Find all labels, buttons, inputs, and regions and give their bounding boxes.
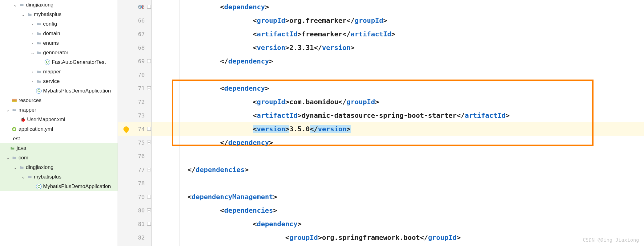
code-line[interactable] xyxy=(152,176,155,190)
code-line[interactable]: <artifactId>dynamic-datasource-spring-bo… xyxy=(152,109,509,122)
line-number: 72 xyxy=(118,95,151,109)
code-line[interactable]: </dependency> xyxy=(152,136,273,149)
class-icon: C xyxy=(36,88,42,94)
code-line[interactable]: <version>2.3.31</version> xyxy=(152,41,355,54)
folder-icon xyxy=(36,21,42,27)
expand-arrow-icon[interactable]: ⌄ xyxy=(6,155,10,161)
tree-item[interactable]: ⌄gennerator xyxy=(0,48,118,57)
fold-icon[interactable]: − xyxy=(147,86,151,90)
tree-item[interactable]: java xyxy=(0,143,118,153)
folder-icon xyxy=(11,107,17,113)
tree-item-label: mybatisplus xyxy=(34,11,62,18)
code-line[interactable]: <groupId>com.baomidou</groupId> xyxy=(152,95,379,109)
code-line[interactable]: <groupId>org.springframework.boot</group… xyxy=(152,231,461,244)
tree-item[interactable]: ›service xyxy=(0,76,118,86)
folder-icon xyxy=(36,69,42,75)
tree-item[interactable]: ›enums xyxy=(0,38,118,48)
fold-icon[interactable]: − xyxy=(147,59,151,63)
class-icon: C xyxy=(44,59,50,65)
expand-arrow-icon[interactable]: ⌄ xyxy=(13,2,17,8)
tree-item[interactable]: CFastAutoGeneratorTest xyxy=(0,57,118,67)
line-number: 68 xyxy=(118,41,151,54)
tree-item-label: com xyxy=(18,155,28,161)
tree-item-label: MybatisPlusDemoApplication xyxy=(43,183,111,190)
tree-item-label: dingjiaxiong xyxy=(26,164,54,170)
xml-file-icon: 🐞 xyxy=(20,117,26,123)
code-line[interactable] xyxy=(152,149,155,163)
watermark: CSDN @Ding Jiaxiong xyxy=(583,237,639,243)
expand-arrow-icon[interactable]: ⌄ xyxy=(30,50,34,55)
code-editor[interactable]: CSDN @Ding Jiaxiong <dependency> <groupI… xyxy=(152,0,644,246)
tree-item[interactable]: ⌄mapper xyxy=(0,105,118,115)
expand-arrow-icon[interactable]: › xyxy=(30,70,34,74)
tree-item[interactable]: ⌄com xyxy=(0,153,118,162)
code-line[interactable]: <dependency> xyxy=(152,81,269,95)
tree-item-label: application.yml xyxy=(18,126,53,132)
line-number: 70 xyxy=(118,68,151,81)
fold-icon[interactable]: − xyxy=(147,168,151,171)
tree-item[interactable]: application.yml xyxy=(0,124,118,134)
code-line[interactable]: <dependency> xyxy=(152,217,302,231)
fold-icon[interactable]: − xyxy=(147,195,151,199)
fold-icon[interactable]: − xyxy=(147,222,151,226)
tree-item[interactable]: ›config xyxy=(0,19,118,29)
fold-icon[interactable]: − xyxy=(147,141,151,144)
tree-item[interactable]: ⌄dingjiaxiong xyxy=(0,0,118,10)
tree-item[interactable]: resources xyxy=(0,96,118,105)
svg-rect-0 xyxy=(12,99,17,100)
tree-item[interactable]: ›domain xyxy=(0,29,118,38)
line-number: 73 xyxy=(118,109,151,122)
tree-item-label: java xyxy=(17,145,26,151)
tree-item-label: mybatisplus xyxy=(34,174,62,180)
svg-point-4 xyxy=(13,128,15,130)
code-line[interactable]: <dependencies> xyxy=(152,203,277,217)
expand-arrow-icon[interactable]: › xyxy=(30,41,34,45)
tree-item[interactable]: ⌄mybatisplus xyxy=(0,10,118,19)
yml-file-icon xyxy=(11,126,17,132)
svg-rect-1 xyxy=(12,100,17,101)
tree-item[interactable]: est xyxy=(0,134,118,143)
tree-item-label: dingjiaxiong xyxy=(26,2,54,8)
folder-icon xyxy=(26,11,33,18)
expand-arrow-icon[interactable]: ⌄ xyxy=(13,164,17,170)
code-line[interactable]: <groupId>org.freemarker</groupId> xyxy=(152,14,387,27)
tree-item[interactable]: 🐞UserMapper.xml xyxy=(0,115,118,124)
expand-arrow-icon[interactable]: › xyxy=(30,32,34,35)
code-line[interactable]: <dependencyManagement> xyxy=(152,190,277,203)
expand-arrow-icon[interactable]: › xyxy=(30,80,34,83)
class-icon: C xyxy=(36,183,42,190)
project-tree[interactable]: ⌄dingjiaxiong⌄mybatisplus›config›domain›… xyxy=(0,0,118,246)
expand-arrow-icon[interactable]: ⌄ xyxy=(21,174,25,180)
tree-item-label: mapper xyxy=(43,69,61,75)
tree-item[interactable]: ›mapper xyxy=(0,67,118,76)
code-line[interactable] xyxy=(152,68,155,81)
tree-item[interactable]: CMybatisPlusDemoApplication xyxy=(0,182,118,191)
tree-item-label: enums xyxy=(43,40,59,46)
line-number: 81− xyxy=(118,217,151,231)
tree-item-label: mapper xyxy=(18,107,36,113)
code-line[interactable]: <version>3.5.0</version> xyxy=(152,122,351,136)
tree-item-label: resources xyxy=(18,97,42,104)
folder-icon xyxy=(18,164,25,170)
code-line[interactable]: </dependencies> xyxy=(152,163,249,176)
tree-item-label: gennerator xyxy=(43,50,68,56)
code-line[interactable]: <dependency> xyxy=(152,0,269,14)
expand-arrow-icon[interactable]: › xyxy=(30,22,34,26)
tree-item[interactable]: ⌄mybatisplus xyxy=(0,172,118,182)
expand-arrow-icon[interactable]: ⌄ xyxy=(21,11,25,17)
tree-item[interactable]: ⌄dingjiaxiong xyxy=(0,162,118,172)
expand-arrow-icon[interactable]: ⌄ xyxy=(6,107,10,113)
code-line[interactable]: <artifactId>freemarker</artifactId> xyxy=(152,27,396,41)
intention-bulb-icon[interactable] xyxy=(122,125,130,133)
tree-item[interactable]: CMybatisPlusDemoApplication xyxy=(0,86,118,96)
folder-icon xyxy=(11,155,17,161)
resources-icon xyxy=(11,97,17,104)
fold-icon[interactable]: − xyxy=(147,208,151,212)
code-line[interactable]: </dependency> xyxy=(152,54,273,68)
line-number: 65− xyxy=(118,0,151,14)
svg-rect-2 xyxy=(12,101,17,102)
line-number: 82 xyxy=(118,231,151,244)
fold-icon[interactable]: − xyxy=(147,127,151,131)
line-number: 71− xyxy=(118,81,151,95)
fold-icon[interactable]: − xyxy=(147,5,151,9)
